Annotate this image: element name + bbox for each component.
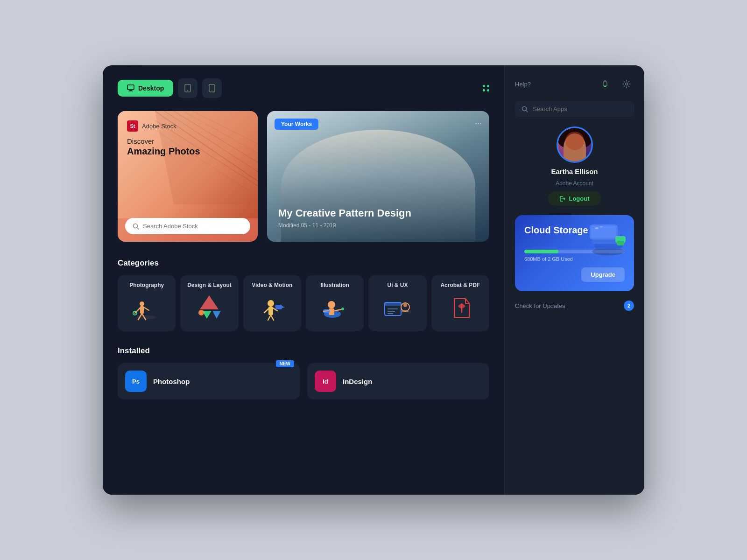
modified-date: Modified 05 - 11 - 2019 [278, 222, 411, 229]
photography-illustration [130, 293, 163, 321]
svg-point-53 [626, 83, 628, 85]
indesign-label: InDesign [343, 378, 372, 385]
profile-name: Eartha Ellison [551, 168, 598, 175]
adobe-st-icon: St [127, 120, 138, 132]
svg-point-61 [595, 227, 599, 229]
app-window: Desktop [103, 65, 644, 495]
svg-rect-34 [275, 305, 282, 309]
grid-dots-icon[interactable] [483, 85, 489, 91]
search-apps-icon [521, 106, 528, 112]
adobe-stock-search-input[interactable] [143, 223, 243, 230]
your-works-card[interactable]: Your Works ··· My Creative Pattern Desig… [267, 111, 489, 242]
help-label: Help? [515, 81, 531, 88]
svg-line-40 [323, 311, 329, 311]
category-acrobat-pdf[interactable]: Acrobat & PDF [431, 275, 489, 331]
svg-point-27 [198, 310, 204, 315]
desktop-button[interactable]: Desktop [118, 80, 173, 97]
photoshop-icon: Ps [125, 371, 147, 392]
cloud-storage-icon [587, 220, 629, 257]
illustration-illustration [318, 293, 351, 321]
adobe-stock-card[interactable]: St Adobe Stock Discover Amazing Photos [118, 111, 258, 242]
acrobat-illustration [444, 293, 477, 321]
logout-icon [559, 196, 566, 202]
svg-line-32 [268, 315, 271, 320]
left-panel: Desktop [103, 65, 504, 495]
photoshop-label: Photoshop [153, 378, 190, 385]
svg-point-62 [600, 226, 603, 228]
your-works-badge: Your Works [275, 119, 318, 130]
notification-icon[interactable] [598, 77, 613, 91]
new-badge: NEW [276, 360, 294, 367]
svg-rect-2 [128, 91, 133, 91]
app-indesign[interactable]: Id InDesign [307, 363, 489, 399]
profile-sub: Adobe Account [556, 180, 593, 187]
svg-point-37 [328, 301, 335, 308]
svg-point-28 [268, 300, 274, 307]
video-illustration [256, 293, 289, 321]
check-updates[interactable]: Check for Updates 2 [515, 301, 634, 311]
svg-line-55 [526, 110, 528, 112]
settings-icon[interactable] [619, 77, 634, 91]
svg-rect-51 [604, 86, 606, 87]
logout-button[interactable]: Logout [548, 191, 600, 206]
right-panel: Help? Eartha Ellison Adobe Acco [504, 65, 644, 495]
profile-section: Eartha Ellison Adobe Account Logout [515, 126, 634, 206]
upgrade-button[interactable]: Upgrade [581, 267, 625, 282]
tablet-button[interactable] [178, 78, 197, 98]
category-illustration[interactable]: Illustration [306, 275, 364, 331]
installed-cards: NEW Ps Photoshop Id InDesign [118, 363, 489, 399]
avatar [557, 126, 593, 163]
svg-marker-35 [282, 306, 285, 308]
search-apps-input[interactable] [533, 105, 627, 112]
search-apps-bar[interactable] [515, 101, 634, 117]
app-photoshop[interactable]: NEW Ps Photoshop [118, 363, 300, 399]
categories-grid: Photography [118, 275, 489, 331]
check-updates-label: Check for Updates [515, 302, 565, 309]
updates-badge: 2 [624, 301, 634, 311]
adobe-stock-search[interactable] [125, 218, 250, 234]
discover-text: Discover [127, 137, 248, 145]
svg-marker-24 [200, 295, 218, 309]
categories-title: Categories [118, 259, 489, 268]
svg-point-56 [592, 248, 625, 255]
avatar-image [558, 128, 592, 161]
design-illustration [193, 293, 226, 321]
search-icon [133, 223, 139, 230]
svg-rect-0 [127, 85, 134, 90]
svg-point-6 [211, 91, 212, 91]
adobe-stock-logo: St Adobe Stock [127, 120, 248, 132]
svg-point-17 [140, 301, 144, 306]
category-photography[interactable]: Photography [118, 275, 176, 331]
cloud-progress-fill [524, 250, 558, 253]
cloud-storage-card: Cloud Storage 680MB of 2 GB Used Upgrade [515, 215, 634, 291]
svg-rect-64 [617, 241, 624, 245]
svg-line-33 [271, 315, 274, 320]
svg-rect-60 [591, 226, 616, 238]
svg-rect-44 [385, 302, 401, 306]
category-design-layout[interactable]: Design & Layout [180, 275, 238, 331]
hero-cards: St Adobe Stock Discover Amazing Photos Y… [118, 111, 489, 242]
mobile-button[interactable] [202, 78, 222, 98]
svg-point-52 [605, 81, 606, 82]
pattern-title: My Creative Pattern Design [278, 207, 411, 220]
svg-line-41 [334, 309, 342, 311]
category-video-motion[interactable]: Video & Motion [243, 275, 301, 331]
svg-marker-26 [212, 311, 221, 319]
amazing-photos-title: Amazing Photos [127, 146, 248, 157]
svg-rect-1 [129, 90, 132, 91]
works-content: My Creative Pattern Design Modified 05 -… [278, 207, 411, 229]
svg-point-4 [187, 90, 188, 91]
svg-point-42 [341, 308, 344, 310]
device-buttons: Desktop [118, 78, 222, 98]
category-ui-ux[interactable]: Ui & UX [368, 275, 426, 331]
installed-title: Installed [118, 346, 489, 356]
right-top-bar: Help? [515, 77, 634, 91]
categories-section: Categories Photography [118, 259, 489, 331]
top-bar: Desktop [118, 78, 489, 98]
svg-point-49 [403, 303, 407, 307]
ui-ux-illustration [381, 293, 414, 321]
svg-line-15 [137, 227, 139, 229]
indesign-icon: Id [315, 371, 336, 392]
works-menu-icon[interactable]: ··· [475, 119, 482, 128]
installed-section: Installed NEW Ps Photoshop Id InDesign [118, 346, 489, 399]
